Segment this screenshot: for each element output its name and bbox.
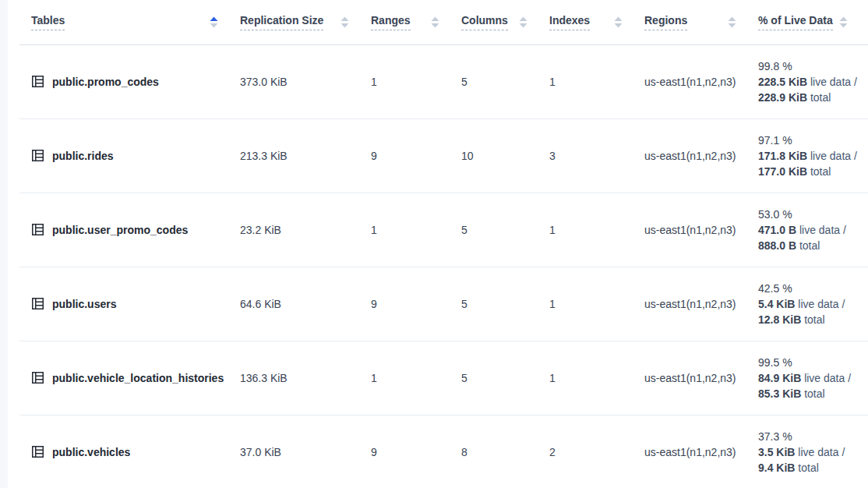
table-name-cell: public.user_promo_codes — [19, 193, 240, 267]
replication-size-cell: 23.2 KiB — [240, 193, 371, 267]
total-size-line: 9.4 KiB total — [758, 460, 868, 476]
column-header-columns[interactable]: Columns — [461, 14, 549, 30]
indexes-cell: 2 — [549, 415, 644, 488]
columns-cell: 5 — [461, 193, 549, 267]
column-header-columns-label: Columns — [461, 14, 508, 30]
table-icon — [31, 371, 44, 384]
sort-icon[interactable] — [210, 16, 218, 28]
ranges-cell: 1 — [371, 341, 461, 415]
table-header: Tables Replication Size Ranges — [19, 0, 868, 44]
sort-icon[interactable] — [340, 16, 349, 28]
ranges-cell: 1 — [371, 193, 461, 267]
column-header-replication-size-label: Replication Size — [240, 14, 323, 30]
table-name-link[interactable]: public.rides — [52, 150, 114, 162]
indexes-cell: 1 — [549, 341, 644, 415]
live-data-percent: 99.8 % — [758, 58, 868, 74]
columns-cell: 8 — [461, 415, 549, 488]
header-row: Tables Replication Size Ranges — [19, 0, 868, 44]
database-tables-table: Tables Replication Size Ranges — [19, 0, 868, 488]
table-name-link[interactable]: public.vehicles — [52, 446, 130, 458]
total-size-line: 12.8 KiB total — [758, 312, 868, 327]
ranges-cell: 9 — [371, 118, 461, 193]
replication-size-cell: 64.6 KiB — [240, 267, 371, 341]
table-name-link[interactable]: public.promo_codes — [52, 76, 159, 88]
live-data-cell: 53.0 % 471.0 B live data / 888.0 B total — [758, 193, 868, 267]
total-size-line: 177.0 KiB total — [758, 164, 868, 179]
table-row: public.promo_codes 373.0 KiB 1 5 1 us-ea… — [19, 44, 868, 118]
sort-icon[interactable] — [728, 16, 736, 28]
column-header-indexes-label: Indexes — [549, 14, 590, 30]
indexes-cell: 1 — [549, 267, 644, 341]
table-name-link[interactable]: public.user_promo_codes — [52, 224, 188, 236]
columns-cell: 5 — [461, 44, 549, 118]
indexes-cell: 3 — [549, 118, 644, 193]
ranges-cell: 9 — [371, 267, 461, 341]
table-name-cell: public.vehicles — [19, 415, 240, 488]
table-name-cell: public.users — [19, 267, 240, 341]
table-name-cell: public.promo_codes — [19, 44, 240, 118]
column-header-tables[interactable]: Tables — [31, 14, 240, 30]
regions-cell: us-east1(n1,n2,n3) — [644, 267, 758, 341]
live-data-cell: 37.3 % 3.5 KiB live data / 9.4 KiB total — [758, 415, 868, 488]
page-left-gutter — [0, 0, 8, 488]
live-data-size-line: 228.5 KiB live data / — [758, 74, 868, 90]
ranges-cell: 1 — [371, 44, 461, 118]
column-header-live-data-label: % of Live Data — [758, 14, 833, 30]
total-size-line: 888.0 B total — [758, 238, 868, 253]
replication-size-cell: 37.0 KiB — [240, 415, 371, 488]
table-row: public.user_promo_codes 23.2 KiB 1 5 1 u… — [19, 193, 868, 267]
live-data-percent: 42.5 % — [758, 281, 868, 296]
regions-cell: us-east1(n1,n2,n3) — [644, 341, 758, 415]
live-data-cell: 99.5 % 84.9 KiB live data / 85.3 KiB tot… — [758, 341, 868, 415]
column-header-regions[interactable]: Regions — [644, 14, 758, 30]
replication-size-cell: 136.3 KiB — [240, 341, 371, 415]
regions-cell: us-east1(n1,n2,n3) — [644, 193, 758, 267]
live-data-cell: 99.8 % 228.5 KiB live data / 228.9 KiB t… — [758, 44, 868, 118]
columns-cell: 5 — [461, 341, 549, 415]
table-icon — [31, 223, 44, 236]
column-header-replication-size[interactable]: Replication Size — [240, 14, 371, 30]
indexes-cell: 1 — [549, 193, 644, 267]
live-data-cell: 42.5 % 5.4 KiB live data / 12.8 KiB tota… — [758, 267, 868, 341]
table-name-link[interactable]: public.vehicle_location_histories — [52, 372, 224, 384]
replication-size-cell: 373.0 KiB — [240, 44, 371, 118]
total-size-line: 228.9 KiB total — [758, 90, 868, 105]
sort-icon[interactable] — [614, 16, 623, 28]
column-header-ranges[interactable]: Ranges — [371, 14, 461, 30]
table-icon — [31, 445, 44, 458]
regions-cell: us-east1(n1,n2,n3) — [644, 415, 758, 488]
table-name-cell: public.rides — [19, 118, 240, 193]
columns-cell: 10 — [461, 118, 549, 193]
live-data-size-line: 3.5 KiB live data / — [758, 444, 868, 460]
sort-icon[interactable] — [839, 16, 848, 28]
table-row: public.users 64.6 KiB 9 5 1 us-east1(n1,… — [19, 267, 868, 341]
table-row: public.vehicle_location_histories 136.3 … — [19, 341, 868, 415]
column-header-regions-label: Regions — [644, 14, 687, 30]
total-size-line: 85.3 KiB total — [758, 386, 868, 401]
column-header-live-data[interactable]: % of Live Data — [758, 14, 868, 30]
live-data-percent: 99.5 % — [758, 355, 868, 370]
sort-icon[interactable] — [519, 16, 528, 28]
table-body: public.promo_codes 373.0 KiB 1 5 1 us-ea… — [19, 44, 868, 488]
live-data-percent: 37.3 % — [758, 429, 868, 444]
regions-cell: us-east1(n1,n2,n3) — [644, 118, 758, 193]
table-name-link[interactable]: public.users — [52, 298, 116, 310]
indexes-cell: 1 — [549, 44, 644, 118]
live-data-percent: 97.1 % — [758, 133, 868, 148]
live-data-size-line: 471.0 B live data / — [758, 222, 868, 238]
column-header-tables-label: Tables — [31, 14, 65, 30]
live-data-size-line: 5.4 KiB live data / — [758, 296, 868, 312]
sort-icon[interactable] — [431, 16, 439, 28]
live-data-cell: 97.1 % 171.8 KiB live data / 177.0 KiB t… — [758, 118, 868, 193]
live-data-percent: 53.0 % — [758, 207, 868, 222]
replication-size-cell: 213.3 KiB — [240, 118, 371, 193]
table-icon — [31, 149, 44, 162]
table-icon — [31, 75, 44, 88]
live-data-size-line: 84.9 KiB live data / — [758, 370, 868, 386]
table-row: public.rides 213.3 KiB 9 10 3 us-east1(n… — [19, 118, 868, 193]
table-icon — [31, 297, 44, 310]
column-header-indexes[interactable]: Indexes — [549, 14, 644, 30]
live-data-size-line: 171.8 KiB live data / — [758, 148, 868, 164]
column-header-ranges-label: Ranges — [371, 14, 411, 30]
table-row: public.vehicles 37.0 KiB 9 8 2 us-east1(… — [19, 415, 868, 488]
